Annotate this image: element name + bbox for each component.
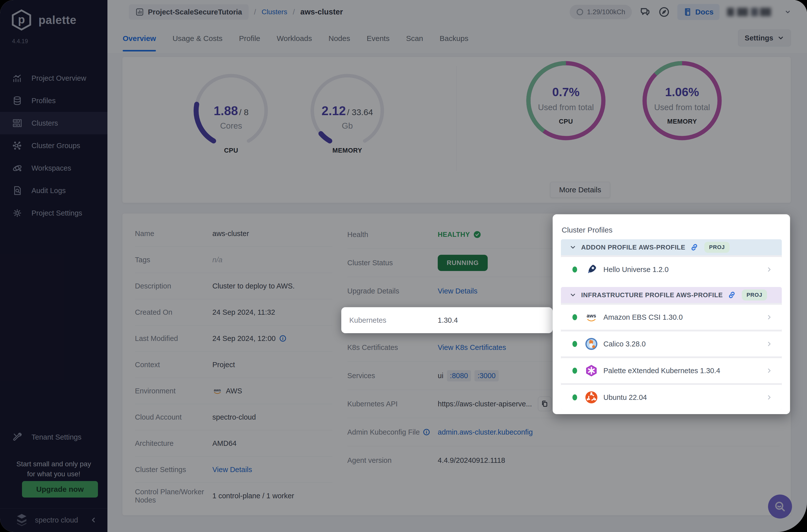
pack-name: Palette eXtended Kubernetes 1.30.4 — [603, 367, 720, 375]
link-icon[interactable] — [727, 290, 736, 300]
pack-name: Hello Universe 1.2.0 — [603, 266, 669, 274]
pack-name: Ubuntu 22.04 — [603, 393, 647, 402]
infrastructure-profile-title: INFRASTRUCTURE PROFILE AWS-PROFILE — [581, 291, 723, 299]
ubuntu-icon — [585, 391, 598, 404]
infrastructure-profile-header[interactable]: INFRASTRUCTURE PROFILE AWS-PROFILE PROJ — [561, 287, 782, 303]
pack-status-dot — [573, 394, 577, 400]
cluster-profiles-panel: Cluster Profiles ADDON PROFILE AWS-PROFI… — [553, 214, 790, 414]
panel-body: ADDON PROFILE AWS-PROFILE PROJ Hello Uni… — [561, 239, 782, 410]
chevron-right-icon — [766, 314, 773, 321]
pack-row-palette-extended-kubernetes[interactable]: Palette eXtended Kubernetes 1.30.4 — [561, 358, 782, 383]
kubernetes-version-spotlight-row[interactable]: Kubernetes 1.30.4 — [341, 307, 553, 333]
palette-pxk-icon — [585, 364, 598, 377]
pack-status-dot — [573, 368, 577, 374]
pack-name: Calico 3.28.0 — [603, 340, 645, 348]
hello-universe-icon — [585, 263, 598, 276]
chevron-right-icon — [766, 367, 773, 374]
kubernetes-label: Kubernetes — [349, 316, 438, 324]
addon-profile-section: ADDON PROFILE AWS-PROFILE PROJ Hello Uni… — [561, 239, 782, 282]
pack-status-dot — [573, 266, 577, 272]
link-icon[interactable] — [690, 243, 699, 252]
svg-text:aws: aws — [587, 313, 596, 319]
pack-status-dot — [573, 314, 577, 320]
pack-row-hello-universe[interactable]: Hello Universe 1.2.0 — [561, 257, 782, 282]
pack-name: Amazon EBS CSI 1.30.0 — [603, 313, 683, 321]
addon-profile-header[interactable]: ADDON PROFILE AWS-PROFILE PROJ — [561, 239, 782, 255]
infrastructure-profile-section: INFRASTRUCTURE PROFILE AWS-PROFILE PROJ … — [561, 287, 782, 410]
panel-title: Cluster Profiles — [562, 226, 612, 234]
pack-row-ubuntu[interactable]: Ubuntu 22.04 — [561, 385, 782, 410]
chevron-down-icon — [569, 244, 576, 251]
pack-row-amazon-ebs-csi[interactable]: aws Amazon EBS CSI 1.30.0 — [561, 305, 782, 330]
pack-row-calico[interactable]: Calico 3.28.0 — [561, 331, 782, 356]
palette-app-window: p palette 4.4.19 Project Overview Profil… — [0, 0, 807, 532]
chevron-right-icon — [766, 266, 773, 273]
calico-icon — [585, 337, 598, 351]
chevron-right-icon — [766, 394, 773, 401]
chevron-down-icon — [569, 291, 576, 299]
chevron-right-icon — [766, 340, 773, 347]
pack-status-dot — [573, 341, 577, 347]
scope-badge: PROJ — [704, 242, 730, 253]
addon-profile-title: ADDON PROFILE AWS-PROFILE — [581, 244, 685, 251]
aws-icon: aws — [585, 310, 598, 324]
scope-badge: PROJ — [742, 289, 767, 301]
kubernetes-version-value: 1.30.4 — [438, 316, 458, 324]
